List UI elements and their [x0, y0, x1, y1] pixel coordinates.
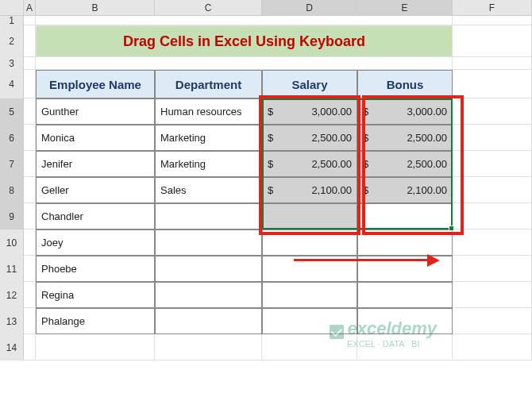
cell-dept[interactable]: Marketing — [155, 125, 262, 151]
cell-dept[interactable] — [155, 308, 262, 334]
header-bonus[interactable]: Bonus — [357, 70, 453, 98]
row-header-4[interactable]: 4 — [0, 70, 24, 98]
cell[interactable] — [24, 151, 36, 177]
cell[interactable] — [453, 177, 532, 203]
cell-bonus[interactable] — [357, 229, 453, 256]
watermark-tag: EXCEL · DATA · BI — [330, 339, 437, 349]
cell-salary[interactable] — [262, 203, 357, 229]
cell-dept[interactable]: Marketing — [155, 151, 262, 177]
cell[interactable] — [453, 203, 532, 229]
header-department[interactable]: Department — [155, 70, 262, 98]
cell[interactable] — [453, 334, 532, 361]
row-header-11[interactable]: 11 — [0, 256, 24, 282]
cell[interactable] — [24, 308, 36, 334]
watermark-brand: exceldemy — [347, 318, 437, 338]
cell[interactable] — [24, 125, 36, 151]
cell-salary[interactable]: $2,500.00 — [262, 151, 357, 177]
cell-name[interactable]: Gunther — [36, 98, 155, 125]
cell-name[interactable]: Joey — [36, 229, 155, 256]
cell[interactable] — [24, 25, 36, 57]
cell[interactable] — [24, 57, 36, 70]
cell[interactable] — [24, 16, 36, 25]
row-header-12[interactable]: 12 — [0, 282, 24, 308]
cell-dept[interactable]: Sales — [155, 177, 262, 203]
cell-name[interactable]: Phalange — [36, 308, 155, 334]
cell[interactable] — [453, 70, 532, 98]
col-header-d[interactable]: D — [262, 0, 357, 15]
header-employee-name[interactable]: Employee Name — [36, 70, 155, 98]
row-header-5[interactable]: 5 — [0, 98, 24, 125]
cell-name[interactable]: Regina — [36, 282, 155, 308]
col-header-e[interactable]: E — [357, 0, 453, 15]
row-header-10[interactable]: 10 — [0, 229, 24, 256]
cell[interactable] — [36, 57, 453, 70]
cell[interactable] — [453, 25, 532, 57]
row-header-6[interactable]: 6 — [0, 125, 24, 151]
row-header-1[interactable]: 1 — [0, 16, 24, 25]
cell[interactable] — [453, 282, 532, 308]
cell[interactable] — [453, 57, 532, 70]
cell[interactable] — [453, 151, 532, 177]
column-headers: A B C D E F — [0, 0, 532, 16]
row-header-13[interactable]: 13 — [0, 308, 24, 334]
cell[interactable] — [453, 308, 532, 334]
cell[interactable] — [24, 229, 36, 256]
cell-bonus[interactable] — [357, 256, 453, 282]
cell[interactable] — [24, 334, 36, 361]
cell-dept[interactable] — [155, 282, 262, 308]
cell-bonus[interactable] — [357, 282, 453, 308]
cell-salary[interactable]: $2,100.00 — [262, 177, 357, 203]
cell-salary[interactable] — [262, 256, 357, 282]
row-header-7[interactable]: 7 — [0, 151, 24, 177]
cell-salary[interactable] — [262, 229, 357, 256]
grid-rows: 1 2 Drag Cells in Excel Using Keyboard 3… — [0, 16, 532, 361]
cell[interactable] — [453, 98, 532, 125]
check-icon — [330, 325, 344, 339]
cell-bonus[interactable] — [357, 203, 453, 229]
col-header-f[interactable]: F — [453, 0, 532, 15]
row-header-9[interactable]: 9 — [0, 203, 24, 229]
watermark: exceldemy EXCEL · DATA · BI — [330, 318, 437, 349]
cell[interactable] — [24, 70, 36, 98]
row-header-14[interactable]: 14 — [0, 334, 24, 361]
cell[interactable] — [36, 334, 155, 361]
cell-name[interactable]: Chandler — [36, 203, 155, 229]
cell[interactable] — [453, 256, 532, 282]
select-all-corner[interactable] — [0, 0, 24, 15]
cell-dept[interactable] — [155, 256, 262, 282]
cell[interactable] — [24, 177, 36, 203]
cell-bonus[interactable]: $2,500.00 — [357, 151, 453, 177]
cell-bonus[interactable]: $2,100.00 — [357, 177, 453, 203]
row-header-8[interactable]: 8 — [0, 177, 24, 203]
cell[interactable] — [453, 125, 532, 151]
row-header-2[interactable]: 2 — [0, 25, 24, 57]
row-header-3[interactable]: 3 — [0, 57, 24, 70]
cell[interactable] — [453, 16, 532, 25]
cell[interactable] — [453, 229, 532, 256]
spreadsheet: A B C D E F 1 2 Drag Cells in Excel Usin… — [0, 0, 532, 361]
col-header-a[interactable]: A — [24, 0, 36, 15]
cell[interactable] — [24, 98, 36, 125]
cell-bonus[interactable]: $3,000.00 — [357, 98, 453, 125]
cell-name[interactable]: Phoebe — [36, 256, 155, 282]
cell-name[interactable]: Jenifer — [36, 151, 155, 177]
cell[interactable] — [24, 203, 36, 229]
cell-dept[interactable]: Human resources — [155, 98, 262, 125]
header-salary[interactable]: Salary — [262, 70, 357, 98]
cell-bonus[interactable]: $2,500.00 — [357, 125, 453, 151]
cell[interactable] — [24, 256, 36, 282]
cell[interactable] — [155, 334, 262, 361]
title-banner[interactable]: Drag Cells in Excel Using Keyboard — [36, 25, 453, 57]
cell-name[interactable]: Geller — [36, 177, 155, 203]
cell[interactable] — [36, 16, 453, 25]
cell-salary[interactable]: $2,500.00 — [262, 125, 357, 151]
cell-dept[interactable] — [155, 203, 262, 229]
col-header-c[interactable]: C — [155, 0, 262, 15]
cell-dept[interactable] — [155, 229, 262, 256]
cell-name[interactable]: Monica — [36, 125, 155, 151]
cell[interactable] — [24, 282, 36, 308]
cell-salary[interactable] — [262, 282, 357, 308]
col-header-b[interactable]: B — [36, 0, 155, 15]
cell-salary[interactable]: $3,000.00 — [262, 98, 357, 125]
